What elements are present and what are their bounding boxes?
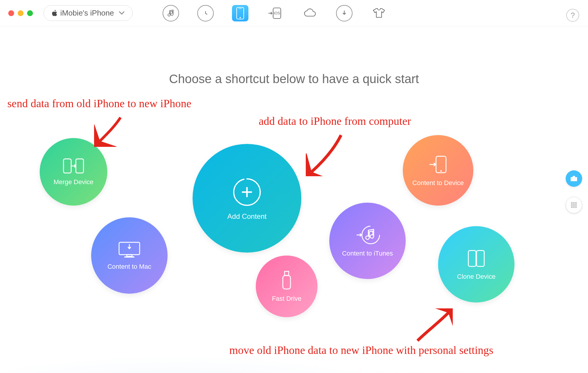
annotation-1: send data from old iPhone to new iPhone	[7, 97, 191, 110]
device-select[interactable]: iMobie's iPhone	[44, 5, 133, 21]
svg-rect-11	[283, 275, 290, 289]
bubble-content-to-device[interactable]: Content to Device	[403, 135, 473, 206]
nav-download[interactable]	[336, 5, 353, 21]
arrow-icon	[412, 308, 453, 344]
page-heading: Choose a shortcut below to have a quick …	[169, 72, 419, 86]
svg-rect-10	[285, 271, 289, 275]
bubble-content-to-mac[interactable]: Content to Mac	[91, 217, 168, 294]
nav-tshirt[interactable]	[371, 5, 387, 21]
minimize-icon[interactable]	[18, 10, 24, 16]
nav-icloud[interactable]	[301, 5, 318, 21]
bubble-clone-device[interactable]: Clone Device	[438, 226, 514, 303]
annotation-3: move old iPhone data to new iPhone with …	[229, 344, 493, 357]
content-to-device-icon	[428, 154, 448, 175]
svg-rect-8	[127, 255, 132, 256]
arrow-icon	[94, 115, 126, 147]
side-categories-button[interactable]	[566, 197, 582, 213]
merge-device-icon	[62, 158, 85, 174]
nav-music[interactable]	[163, 5, 179, 21]
device-label: iMobie's iPhone	[60, 9, 114, 18]
bubble-label: Add Content	[227, 212, 266, 221]
nav-device[interactable]	[232, 5, 248, 21]
bubble-label: Clone Device	[457, 273, 496, 280]
close-icon[interactable]	[8, 10, 14, 16]
imac-icon	[117, 241, 141, 259]
svg-rect-22	[571, 204, 573, 206]
svg-text:iOS: iOS	[274, 11, 280, 15]
nav-to-ios[interactable]: iOS	[267, 5, 283, 21]
add-content-icon	[231, 176, 263, 208]
bubble-content-to-itunes[interactable]: Content to iTunes	[329, 203, 406, 279]
svg-rect-5	[64, 159, 71, 173]
traffic-lights	[8, 10, 33, 16]
toolbar: iMobie's iPhone iOS ?	[0, 0, 588, 26]
svg-rect-17	[571, 177, 577, 181]
help-icon: ?	[571, 11, 575, 20]
svg-point-14	[440, 170, 442, 172]
svg-rect-23	[573, 204, 575, 206]
itunes-icon	[355, 224, 380, 246]
bubble-label: Content to Mac	[107, 263, 151, 270]
bubble-label: Merge Device	[54, 178, 93, 186]
svg-rect-25	[571, 206, 573, 208]
bubble-label: Content to iTunes	[342, 250, 393, 257]
svg-rect-20	[573, 202, 575, 204]
help-button[interactable]: ?	[566, 9, 579, 22]
bubble-fast-drive[interactable]: Fast Drive	[256, 256, 318, 317]
bubble-merge-device[interactable]: Merge Device	[40, 138, 107, 206]
nav-history[interactable]	[197, 5, 214, 21]
main-canvas: Choose a shortcut below to have a quick …	[0, 26, 588, 373]
clone-device-icon	[466, 248, 487, 269]
nav-icons: iOS	[163, 5, 387, 21]
annotation-2: add data to iPhone from computer	[259, 115, 411, 127]
bubble-label: Content to Device	[412, 179, 464, 187]
usb-drive-icon	[281, 270, 292, 291]
fullscreen-icon[interactable]	[27, 10, 33, 16]
chevron-down-icon	[119, 10, 125, 17]
svg-rect-21	[575, 202, 577, 204]
svg-rect-6	[76, 159, 83, 173]
svg-rect-26	[573, 206, 575, 208]
svg-rect-19	[571, 202, 573, 204]
svg-rect-18	[573, 176, 575, 177]
apple-icon	[51, 10, 57, 17]
svg-rect-24	[575, 204, 577, 206]
svg-rect-16	[477, 251, 484, 266]
arrow-icon	[306, 132, 344, 176]
briefcase-icon	[570, 175, 578, 182]
svg-rect-15	[468, 251, 476, 266]
svg-rect-2	[239, 8, 242, 9]
side-shortcuts-button[interactable]	[566, 170, 582, 187]
svg-rect-9	[124, 256, 134, 258]
svg-point-1	[240, 17, 241, 18]
svg-rect-27	[575, 206, 577, 208]
grid-icon	[570, 201, 577, 209]
bubble-add-content[interactable]: Add Content	[193, 144, 301, 253]
bubble-label: Fast Drive	[272, 295, 301, 303]
